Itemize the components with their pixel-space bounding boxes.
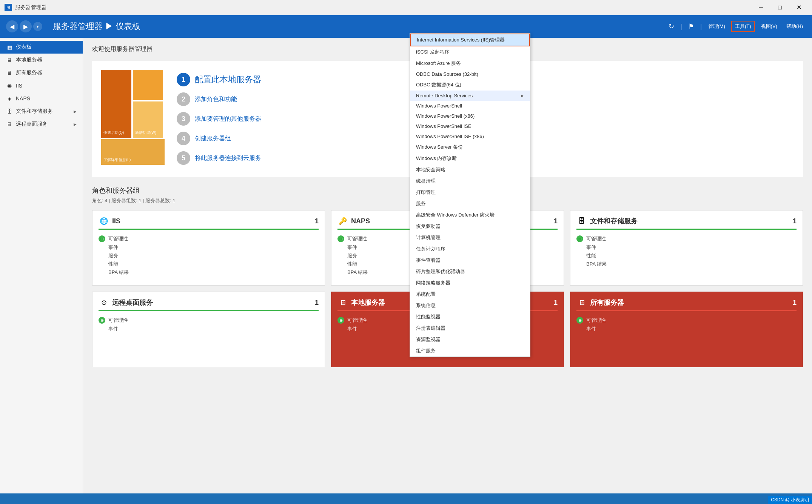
role-card-header-all: 🖥 所有服务器 1 [576,298,797,311]
close-button[interactable]: ✕ [790,2,807,13]
file-icon: 🗄 [6,108,13,115]
file-perf: 性能 [576,252,797,260]
back-button[interactable]: ◀ [6,20,18,32]
sidebar: ▦ 仪表板 🖥 本地服务器 🖥 所有服务器 ◉ IIS ◈ NAPS 🗄 文件和… [0,38,83,493]
dropdown-item-sys-info[interactable]: 系统信息 [410,300,530,311]
event-viewer-label: 事件查看器 [416,257,441,264]
dropdown-item-task-scheduler[interactable]: 任务计划程序 [410,243,530,255]
step-link-5[interactable]: 将此服务器连接到云服务 [195,154,261,162]
dropdown-item-local-security[interactable]: 本地安全策略 [410,164,530,175]
step-circle-5: 5 [177,151,190,165]
dropdown-item-defender-fw[interactable]: 高级安全 Windows Defender 防火墙 [410,209,530,221]
sidebar-item-remote-desktop[interactable]: 🖥 远程桌面服务 ▶ [0,118,83,131]
iis-card-title: IIS [112,217,120,225]
dropdown-item-recovery[interactable]: 恢复驱动器 [410,221,530,232]
forward-button[interactable]: ▶ [20,20,32,32]
sidebar-item-iis[interactable]: ◉ IIS [0,79,83,92]
minimize-button[interactable]: ─ [752,2,770,13]
group-policy-label: 网络策略服务器 [416,280,450,286]
dropdown-item-services[interactable]: 服务 [410,198,530,209]
dropdown-item-powershell-ise[interactable]: Windows PowerShell ISE [410,121,530,131]
manage-menu[interactable]: 管理(M) [705,22,729,31]
all-card-title: 所有服务器 [590,298,624,307]
title-bar: ⊞ 服务器管理器 ─ □ ✕ [0,0,812,15]
separator2: | [700,23,702,31]
separator1: | [680,23,682,31]
dropdown-item-component-services[interactable]: 组件服务 [410,345,530,356]
powershell-label: Windows PowerShell [416,103,462,109]
window-controls: ─ □ ✕ [752,2,807,13]
window-title: 服务器管理器 [15,4,749,11]
tools-menu[interactable]: 工具(T) [731,21,755,32]
step-link-2[interactable]: 添加角色和功能 [195,95,237,103]
dropdown-item-memory-diag[interactable]: Windows 内存诊断 [410,153,530,164]
sidebar-item-dashboard[interactable]: ▦ 仪表板 [0,41,83,54]
remote-card-icon: ⊙ [99,298,109,307]
memory-diag-label: Windows 内存诊断 [416,155,457,162]
dropdown-item-resource-monitor[interactable]: 资源监视器 [410,334,530,345]
flag-button[interactable]: ⚑ [685,21,697,32]
tile-orange-light: 新增功能(W) [133,101,163,138]
defrag-label: 碎片整理和优化驱动器 [416,268,465,275]
dashboard-icon: ▦ [6,44,13,51]
app-icon: ⊞ [5,4,12,11]
powershell-ise-label: Windows PowerShell ISE [416,123,471,129]
iscsi-label: iSCSI 发起程序 [416,49,450,55]
sidebar-item-naps[interactable]: ◈ NAPS [0,92,83,105]
sidebar-item-label: 仪表板 [16,44,32,51]
sidebar-item-all-servers[interactable]: 🖥 所有服务器 [0,66,83,79]
dropdown-item-powershell[interactable]: Windows PowerShell [410,101,530,111]
dropdown-item-odbc64[interactable]: ODBC 数据源(64 位) [410,79,530,91]
dropdown-item-sys-config[interactable]: 系统配置 [410,289,530,300]
dropdown-item-group-policy[interactable]: 网络策略服务器 [410,277,530,289]
recovery-label: 恢复驱动器 [416,223,441,230]
dropdown-item-rds[interactable]: Remote Desktop Services ▶ [410,91,530,101]
role-card-iis[interactable]: 🌐 IIS 1 ⊕ 可管理性 事件 服务 性能 BPA 结果 [92,210,325,286]
dropdown-item-perf-monitor[interactable]: 性能监视器 [410,311,530,323]
dropdown-item-defrag[interactable]: 碎片整理和优化驱动器 [410,266,530,277]
all-events: 事件 [576,325,797,333]
file-bpa: BPA 结果 [576,260,797,268]
step-link-3[interactable]: 添加要管理的其他服务器 [195,115,261,123]
dropdown-item-event-viewer[interactable]: 事件查看器 [410,255,530,266]
all-status-label: 可管理性 [586,317,606,324]
role-card-remote-desktop[interactable]: ⊙ 远程桌面服务 1 ⊕ 可管理性 事件 [92,292,325,367]
role-card-all-servers[interactable]: 🖥 所有服务器 1 ⊕ 可管理性 事件 [570,292,803,367]
odbc64-label: ODBC 数据源(64 位) [416,81,461,88]
dropdown-item-registry[interactable]: 注册表编辑器 [410,323,530,334]
iis-manager-label: Internet Information Services (IIS)管理器 [417,37,505,43]
role-card-file-storage[interactable]: 🗄 文件和存储服务 1 ⊕ 可管理性 事件 性能 BPA 结果 [570,210,803,286]
dropdown-item-powershell-x86[interactable]: Windows PowerShell (x86) [410,111,530,121]
help-menu[interactable]: 帮助(H) [783,22,806,31]
tools-dropdown: Internet Information Services (IIS)管理器 i… [410,33,530,357]
dropdown-item-print-mgmt[interactable]: 打印管理 [410,187,530,198]
naps-status-label: 可管理性 [347,235,367,242]
tile-label-quick: 快速启动(Q) [103,130,124,135]
dropdown-arrow-button[interactable]: ▾ [33,22,42,31]
all-status: ⊕ 可管理性 [576,316,797,325]
tile-orange-bottom: 了解详细信息(L) [101,139,165,165]
task-scheduler-label: 任务计划程序 [416,246,445,252]
dropdown-item-powershell-ise-x86[interactable]: Windows PowerShell ISE (x86) [410,131,530,141]
dropdown-item-disk-cleanup[interactable]: 磁盘清理 [410,175,530,187]
iis-perf: 性能 [99,260,319,268]
dropdown-item-odbc32[interactable]: ODBC Data Sources (32-bit) [410,69,530,79]
refresh-button[interactable]: ↻ [666,21,677,32]
dropdown-item-server-backup[interactable]: Windows Server 备份 [410,141,530,153]
dropdown-item-iscsi[interactable]: iSCSI 发起程序 [410,46,530,58]
disk-cleanup-label: 磁盘清理 [416,178,436,184]
naps-icon: ◈ [6,95,13,102]
sidebar-item-file-storage[interactable]: 🗄 文件和存储服务 ▶ [0,105,83,118]
sidebar-item-local-server[interactable]: 🖥 本地服务器 [0,54,83,66]
maximize-button[interactable]: □ [771,2,789,13]
step-title-1: 配置此本地服务器 [195,74,261,85]
view-menu[interactable]: 视图(V) [758,22,780,31]
dropdown-item-computer-mgmt[interactable]: 计算机管理 [410,232,530,243]
step-link-4[interactable]: 创建服务器组 [195,135,231,143]
registry-label: 注册表编辑器 [416,325,445,332]
perf-monitor-label: 性能监视器 [416,313,441,320]
main-layout: ▦ 仪表板 🖥 本地服务器 🖥 所有服务器 ◉ IIS ◈ NAPS 🗄 文件和… [0,38,812,493]
role-card-header-remote: ⊙ 远程桌面服务 1 [99,298,319,311]
dropdown-item-azure[interactable]: Microsoft Azure 服务 [410,58,530,69]
dropdown-item-iis-manager[interactable]: Internet Information Services (IIS)管理器 [410,34,530,46]
